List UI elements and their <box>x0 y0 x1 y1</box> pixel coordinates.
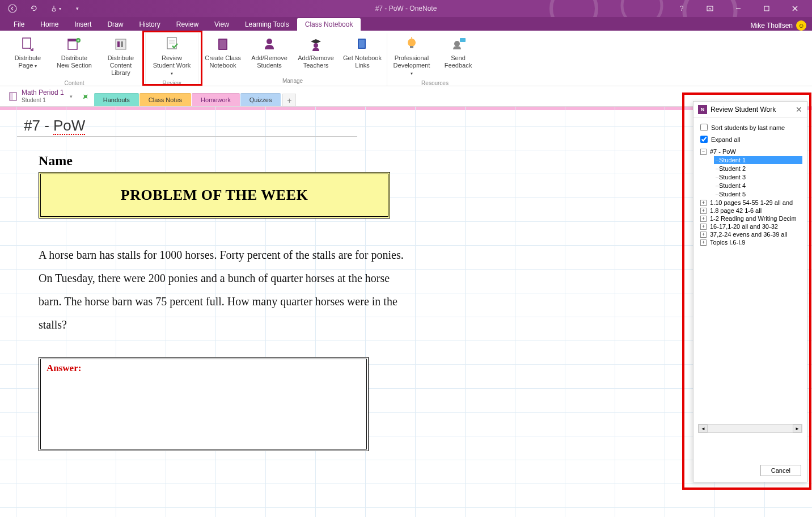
ribbon-group-content: Distribute Page ▾ + Distribute New Secti… <box>3 33 146 86</box>
maximize-button[interactable] <box>754 1 779 16</box>
answer-box[interactable]: Answer: <box>39 357 369 451</box>
tab-insert[interactable]: Insert <box>66 18 99 31</box>
send-feedback-button[interactable]: Send Feedback <box>435 33 481 79</box>
tree-page[interactable]: +16-17,1-20 all and 30-32 <box>700 222 802 230</box>
add-section-button[interactable]: + <box>282 94 296 106</box>
page-canvas[interactable]: #7 - PoW Name PROBLEM OF THE WEEK A hors… <box>0 107 812 517</box>
notebook-links-label: Get Notebook Links <box>342 54 382 69</box>
svg-rect-28 <box>410 46 413 48</box>
tree-student[interactable]: ┄Student 5 <box>714 190 802 198</box>
tab-file[interactable]: File <box>6 18 32 31</box>
chevron-down-icon: ▾ <box>70 94 73 99</box>
create-notebook-label: Create Class Notebook <box>203 54 243 69</box>
group-label-manage: Manage <box>282 77 303 86</box>
panel-header: N Review Student Work ✕ <box>693 102 807 118</box>
tree-student[interactable]: ┄Student 3 <box>714 173 802 181</box>
svg-point-27 <box>408 39 416 47</box>
feedback-icon <box>449 35 467 53</box>
expand-icon[interactable]: + <box>700 232 707 238</box>
tab-class-notebook[interactable]: Class Notebook <box>297 18 361 31</box>
scroll-left-button[interactable]: ◄ <box>699 424 708 432</box>
add-remove-teachers-button[interactable]: Add/Remove Teachers <box>293 33 339 77</box>
ribbon-group-manage: Create Class Notebook Add/Remove Student… <box>198 33 387 86</box>
qat-customize[interactable]: ▾ <box>69 1 85 16</box>
get-notebook-links-button[interactable]: Get Notebook Links <box>339 33 386 77</box>
create-class-notebook-button[interactable]: Create Class Notebook <box>200 33 246 77</box>
section-tab-quizzes[interactable]: Quizzes <box>240 93 281 106</box>
problem-text[interactable]: A horse barn has stalls for 1000 horses.… <box>39 243 407 337</box>
students-label: Add/Remove Students <box>249 54 289 69</box>
menu-tabs: File Home Insert Draw History Review Vie… <box>0 17 812 31</box>
distribute-new-section-button[interactable]: + Distribute New Section <box>51 33 98 79</box>
svg-point-6 <box>551 0 597 17</box>
page-title[interactable]: #7 - PoW <box>24 117 85 134</box>
svg-rect-16 <box>121 41 123 47</box>
user-name[interactable]: Mike Tholfsen <box>751 22 793 30</box>
create-notebook-icon <box>214 35 232 53</box>
notebook-picker[interactable]: Math Period 1 Student 1 ▾ <box>3 88 77 104</box>
tree-root[interactable]: − #7 - PoW <box>700 148 802 155</box>
tree-page[interactable]: +1.8 page 42 1-6 all <box>700 207 802 215</box>
section-tab-handouts[interactable]: Handouts <box>94 93 139 106</box>
smiley-icon[interactable]: ☺ <box>796 20 806 31</box>
scroll-right-button[interactable]: ► <box>793 424 802 432</box>
collapse-icon[interactable]: − <box>700 149 707 155</box>
touch-mode-button[interactable]: ▾ <box>48 1 64 16</box>
window-title: #7 - PoW - OneNote <box>375 5 437 12</box>
expand-icon[interactable]: + <box>700 208 707 214</box>
tab-draw[interactable]: Draw <box>99 18 131 31</box>
content-library-label: Distribute Content Library <box>101 54 141 77</box>
content-library-icon <box>112 35 130 53</box>
teachers-icon <box>307 35 325 53</box>
review-student-work-button[interactable]: Review Student Work ▾ <box>147 33 197 79</box>
tree-student[interactable]: ┄Student 4 <box>714 182 802 190</box>
tree-page[interactable]: +1.10 pages 54-55 1-29 all and <box>700 199 802 207</box>
expand-icon[interactable]: + <box>700 239 707 246</box>
tree-student[interactable]: ┄Student 2 <box>714 165 802 173</box>
notebook-sub: Student 1 <box>22 97 64 103</box>
distribute-page-button[interactable]: Distribute Page ▾ <box>5 33 51 79</box>
tab-learning-tools[interactable]: Learning Tools <box>237 18 297 31</box>
expand-icon[interactable]: + <box>700 200 707 206</box>
add-remove-students-button[interactable]: Add/Remove Students <box>246 33 293 77</box>
students-icon <box>260 35 278 53</box>
tab-review[interactable]: Review <box>168 18 206 31</box>
expand-checkbox[interactable] <box>700 136 708 143</box>
teachers-label: Add/Remove Teachers <box>296 54 336 69</box>
professional-development-button[interactable]: Professional Development ▾ <box>388 33 435 79</box>
pin-icon[interactable] <box>82 93 90 100</box>
close-button[interactable] <box>783 1 807 16</box>
section-tab-homework[interactable]: Homework <box>192 93 240 106</box>
svg-point-23 <box>267 39 272 44</box>
expand-icon[interactable]: + <box>700 216 707 222</box>
tree-page[interactable]: +1-2 Reading and Writing Decim <box>700 215 802 222</box>
prof-dev-label: Professional Development <box>394 54 430 69</box>
tab-home[interactable]: Home <box>32 18 66 31</box>
distribute-page-icon <box>19 35 37 53</box>
cancel-button[interactable]: Cancel <box>760 465 801 476</box>
undo-button[interactable] <box>26 1 42 16</box>
onenote-icon: N <box>698 105 707 114</box>
name-label: Name <box>39 153 413 169</box>
nav-bar: Math Period 1 Student 1 ▾ Handouts Class… <box>0 86 812 107</box>
tree-student[interactable]: ┄Student 1 <box>714 156 802 164</box>
panel-close-button[interactable]: ✕ <box>796 105 802 114</box>
pow-heading-box: PROBLEM OF THE WEEK <box>39 172 390 218</box>
back-button[interactable] <box>5 1 20 16</box>
tree-page[interactable]: +Topics I.6-I.9 <box>700 238 802 246</box>
svg-point-24 <box>314 43 318 48</box>
tab-view[interactable]: View <box>206 18 237 31</box>
answer-label: Answer: <box>46 363 81 373</box>
sort-checkbox-row[interactable]: Sort students by last name <box>700 124 802 131</box>
distribute-content-library-button[interactable]: Distribute Content Library <box>98 33 144 79</box>
horizontal-scrollbar[interactable]: ◄ ► <box>698 424 802 433</box>
expand-icon[interactable]: + <box>700 224 707 230</box>
sort-checkbox[interactable] <box>700 124 708 131</box>
feedback-label: Send Feedback <box>438 54 478 69</box>
section-tab-classnotes[interactable]: Class Notes <box>139 93 191 106</box>
distribute-section-label: Distribute New Section <box>54 54 94 69</box>
svg-point-8 <box>684 0 735 17</box>
expand-checkbox-row[interactable]: Expand all <box>700 136 802 143</box>
tab-history[interactable]: History <box>131 18 168 31</box>
tree-page[interactable]: +37,2-24 evens and 36-39 all <box>700 230 802 238</box>
